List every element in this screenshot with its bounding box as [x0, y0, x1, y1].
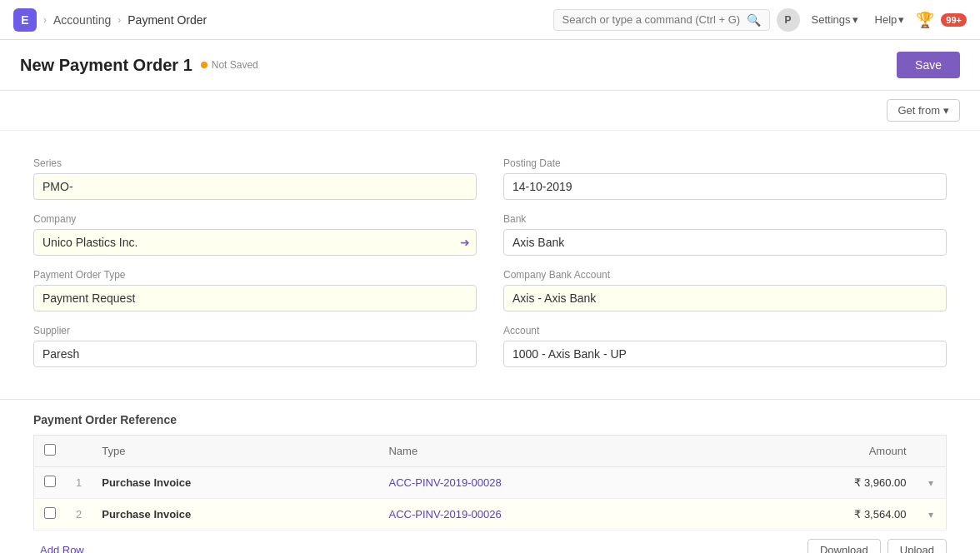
page-header: New Payment Order 1 Not Saved Save	[0, 40, 980, 91]
table-row: 1 Purchase Invoice ACC-PINV-2019-00028 ₹…	[34, 467, 947, 499]
row1-type: Purchase Invoice	[92, 467, 378, 499]
reference-table-title: Payment Order Reference	[33, 400, 947, 435]
get-from-button[interactable]: Get from ▾	[887, 99, 960, 122]
get-from-label: Get from	[898, 104, 940, 117]
get-from-bar: Get from ▾	[0, 91, 980, 131]
col-amount: Amount	[728, 436, 917, 467]
row2-dropdown-icon[interactable]: ▾	[928, 509, 933, 521]
breadcrumb-accounting[interactable]: Accounting	[53, 13, 111, 27]
series-group: Series	[33, 151, 490, 207]
breadcrumb-payment-order[interactable]: Payment Order	[128, 13, 207, 27]
help-button[interactable]: Help ▾	[870, 10, 910, 29]
table-row: 2 Purchase Invoice ACC-PINV-2019-00026 ₹…	[34, 499, 947, 531]
search-bar[interactable]: 🔍	[553, 9, 770, 31]
unsaved-dot-icon	[201, 62, 208, 68]
row1-amount: ₹ 3,960.00	[728, 467, 917, 499]
bank-group: Bank	[490, 207, 947, 262]
top-nav: E › Accounting › Payment Order 🔍 P Setti…	[0, 0, 980, 40]
reference-table-section: Payment Order Reference Type Name Amount	[0, 400, 980, 553]
save-button[interactable]: Save	[897, 52, 960, 78]
company-label: Company	[33, 213, 477, 225]
main-content: Get from ▾ Series Posting Date Company ➜	[0, 91, 980, 553]
posting-date-group: Posting Date	[490, 151, 947, 207]
bank-input[interactable]	[503, 229, 947, 256]
help-chevron-icon: ▾	[898, 13, 904, 26]
search-icon: 🔍	[747, 13, 761, 27]
notification-badge[interactable]: 99+	[941, 13, 967, 27]
company-link-icon[interactable]: ➜	[460, 236, 470, 249]
not-saved-label: Not Saved	[212, 59, 258, 71]
payment-order-type-input[interactable]	[33, 285, 477, 311]
page-title: New Payment Order 1	[20, 56, 192, 75]
row1-num: 1	[66, 467, 92, 499]
search-input[interactable]	[562, 13, 742, 26]
col-num	[66, 436, 92, 467]
app-icon[interactable]: E	[13, 8, 37, 32]
series-label: Series	[33, 157, 477, 169]
row2-type: Purchase Invoice	[92, 499, 378, 531]
row1-action[interactable]: ▾	[917, 467, 947, 499]
row2-action[interactable]: ▾	[917, 499, 947, 531]
row2-check-cell	[34, 499, 67, 531]
account-group: Account	[490, 318, 947, 374]
settings-chevron-icon: ▾	[852, 13, 858, 26]
row1-dropdown-icon[interactable]: ▾	[928, 477, 933, 489]
company-group: Company ➜	[33, 207, 490, 262]
breadcrumb-arrow-2: ›	[118, 14, 121, 26]
form-card: Get from ▾ Series Posting Date Company ➜	[0, 91, 980, 400]
company-bank-account-label: Company Bank Account	[503, 269, 947, 281]
table-actions: Download Upload	[808, 539, 947, 553]
settings-button[interactable]: Settings ▾	[807, 10, 863, 29]
row2-name: ACC-PINV-2019-00026	[378, 499, 727, 531]
account-input[interactable]	[503, 341, 947, 367]
col-action	[917, 436, 947, 467]
table-footer: Add Row Download Upload	[33, 531, 947, 553]
add-row-button[interactable]: Add Row	[33, 541, 91, 553]
row2-amount: ₹ 3,564.00	[728, 499, 917, 531]
col-name: Name	[378, 436, 727, 467]
bank-label: Bank	[503, 213, 947, 225]
company-bank-account-group: Company Bank Account	[490, 262, 947, 318]
breadcrumb-arrow-1: ›	[43, 14, 47, 26]
row1-name: ACC-PINV-2019-00028	[378, 467, 727, 499]
row1-check-cell	[34, 467, 67, 499]
col-type: Type	[92, 436, 378, 467]
row2-checkbox[interactable]	[44, 507, 56, 519]
series-input[interactable]	[33, 173, 477, 200]
supplier-label: Supplier	[33, 325, 477, 336]
supplier-input[interactable]	[33, 341, 477, 367]
company-input[interactable]	[33, 229, 477, 256]
company-bank-account-input[interactable]	[503, 285, 947, 311]
select-all-checkbox[interactable]	[44, 444, 56, 456]
get-from-chevron-icon: ▾	[943, 104, 949, 117]
account-label: Account	[503, 325, 947, 336]
row1-checkbox[interactable]	[44, 476, 56, 487]
col-checkbox	[34, 436, 67, 467]
payment-order-type-label: Payment Order Type	[33, 269, 477, 281]
supplier-group: Supplier	[33, 318, 490, 374]
company-input-wrap: ➜	[33, 229, 477, 256]
page-title-wrap: New Payment Order 1 Not Saved	[20, 56, 258, 75]
upload-button[interactable]: Upload	[888, 539, 947, 553]
payment-order-type-group: Payment Order Type	[33, 262, 490, 318]
download-button[interactable]: Download	[808, 539, 881, 553]
not-saved-badge: Not Saved	[201, 59, 258, 71]
reference-table: Type Name Amount 1 Purchase Invoice ACC-…	[33, 435, 947, 531]
posting-date-label: Posting Date	[503, 157, 947, 169]
trophy-icon: 🏆	[916, 11, 934, 29]
form-fields: Series Posting Date Company ➜ Bank	[0, 131, 980, 399]
row2-num: 2	[66, 499, 92, 531]
avatar[interactable]: P	[777, 8, 800, 32]
posting-date-input[interactable]	[503, 173, 947, 200]
